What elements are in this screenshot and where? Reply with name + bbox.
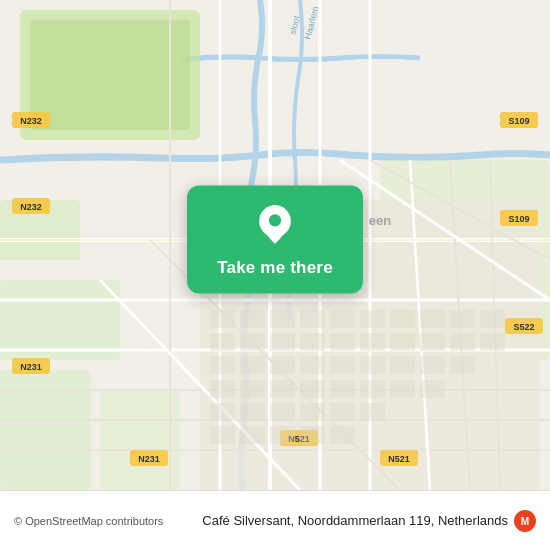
svg-rect-74 <box>240 403 265 421</box>
svg-rect-61 <box>330 310 355 328</box>
svg-rect-95 <box>390 380 415 398</box>
map-container: N232 N232 N231 N231 N521 N521 S109 S109 … <box>0 0 550 490</box>
svg-rect-77 <box>330 403 355 421</box>
svg-text:N231: N231 <box>20 362 42 372</box>
svg-text:S522: S522 <box>513 322 534 332</box>
svg-rect-84 <box>390 310 415 328</box>
svg-rect-68 <box>240 380 265 398</box>
svg-rect-90 <box>450 333 475 351</box>
svg-rect-59 <box>270 356 295 374</box>
svg-rect-67 <box>210 380 235 398</box>
svg-rect-72 <box>360 380 385 398</box>
svg-rect-5 <box>0 370 90 490</box>
svg-rect-81 <box>270 426 295 444</box>
svg-rect-69 <box>270 380 295 398</box>
svg-rect-86 <box>450 310 475 328</box>
svg-rect-51 <box>270 310 295 328</box>
svg-rect-62 <box>360 310 385 328</box>
svg-rect-76 <box>300 403 325 421</box>
svg-rect-71 <box>330 380 355 398</box>
take-me-label: Take me there <box>217 258 333 278</box>
moovit-icon: M <box>514 510 536 532</box>
svg-rect-92 <box>390 356 415 374</box>
svg-text:N231: N231 <box>138 454 160 464</box>
svg-rect-53 <box>210 333 235 351</box>
branding-section: Café Silversant, Noorddammerlaan 119, Ne… <box>202 510 536 532</box>
svg-rect-96 <box>420 380 445 398</box>
svg-rect-54 <box>240 333 265 351</box>
svg-rect-2 <box>30 20 190 130</box>
svg-point-98 <box>269 214 281 226</box>
svg-rect-91 <box>480 333 505 351</box>
bottom-bar: © OpenStreetMap contributors Café Silver… <box>0 490 550 550</box>
copyright-section: © OpenStreetMap contributors <box>14 515 163 527</box>
svg-rect-50 <box>240 310 265 328</box>
svg-rect-78 <box>360 403 385 421</box>
svg-rect-85 <box>420 310 445 328</box>
svg-rect-58 <box>240 356 265 374</box>
svg-rect-63 <box>330 333 355 351</box>
svg-text:N232: N232 <box>20 202 42 212</box>
svg-rect-52 <box>300 310 325 328</box>
svg-rect-83 <box>330 426 355 444</box>
svg-rect-49 <box>210 310 235 328</box>
svg-rect-82 <box>300 426 325 444</box>
svg-rect-60 <box>300 356 325 374</box>
osm-copyright: © OpenStreetMap contributors <box>14 515 163 527</box>
svg-rect-57 <box>210 356 235 374</box>
svg-rect-66 <box>360 356 385 374</box>
svg-text:N521: N521 <box>388 454 410 464</box>
svg-text:M: M <box>521 516 529 527</box>
moovit-logo: M <box>514 510 536 532</box>
svg-rect-65 <box>330 356 355 374</box>
svg-rect-4 <box>0 280 120 360</box>
svg-rect-89 <box>420 333 445 351</box>
svg-rect-88 <box>390 333 415 351</box>
svg-text:S109: S109 <box>508 214 529 224</box>
svg-rect-73 <box>210 403 235 421</box>
svg-rect-75 <box>270 403 295 421</box>
svg-text:S109: S109 <box>508 116 529 126</box>
take-me-card[interactable]: Take me there <box>187 186 363 294</box>
svg-rect-6 <box>100 390 180 490</box>
svg-rect-79 <box>210 426 235 444</box>
svg-rect-94 <box>450 356 475 374</box>
svg-rect-80 <box>240 426 265 444</box>
address-text: Café Silversant, Noorddammerlaan 119, Ne… <box>202 513 508 528</box>
svg-rect-55 <box>270 333 295 351</box>
svg-rect-64 <box>360 333 385 351</box>
svg-text:een: een <box>369 213 391 228</box>
svg-text:N232: N232 <box>20 116 42 126</box>
location-pin-icon <box>253 204 297 248</box>
svg-rect-93 <box>420 356 445 374</box>
svg-rect-70 <box>300 380 325 398</box>
svg-rect-87 <box>480 310 505 328</box>
svg-rect-56 <box>300 333 325 351</box>
